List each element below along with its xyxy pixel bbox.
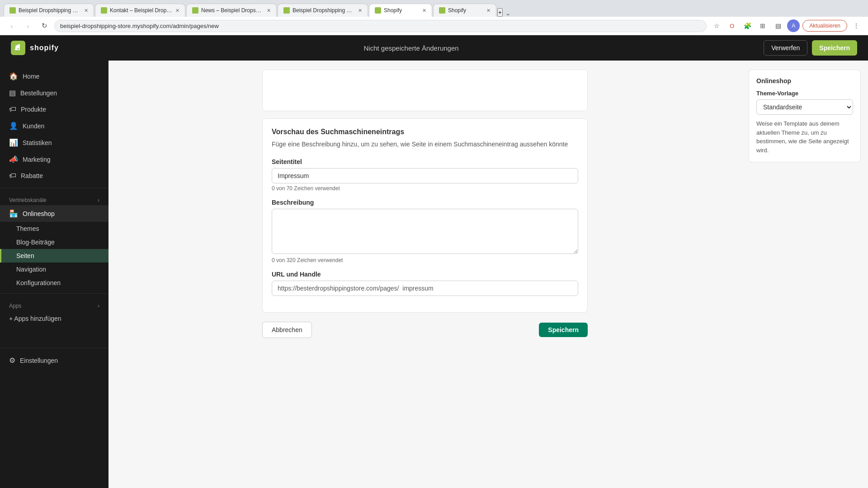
right-panel: Onlineshop Theme-Vorlage Standardseite W… — [741, 61, 868, 488]
browser-tab-6[interactable]: Shopify ✕ — [433, 4, 496, 17]
sidebar-label-onlineshop: Onlineshop — [23, 210, 55, 217]
update-button[interactable]: Aktualisieren — [802, 20, 847, 32]
sidebar-label-home: Home — [23, 73, 39, 80]
content-wrapper: Vorschau des Suchmaschineneintrags Füge … — [262, 70, 588, 347]
text-editor-area[interactable] — [263, 70, 587, 111]
tab-title-5: Shopify — [384, 7, 420, 14]
sidebar-label-marketing: Marketing — [23, 156, 50, 163]
panel-section-title: Onlineshop — [756, 77, 853, 84]
sidebar-item-bestellungen[interactable]: ▤ Bestellungen — [0, 84, 108, 101]
apps-section: Apps › — [0, 297, 108, 311]
browser-tab-3[interactable]: News – Beispiel Dropshipp... ✕ — [186, 4, 277, 17]
browser-tab-5[interactable]: Shopify ✕ — [369, 4, 432, 17]
verwerfen-button[interactable]: Verwerfen — [764, 40, 807, 56]
sidebar-label-statistiken: Statistiken — [23, 139, 52, 146]
sidebar-item-marketing[interactable]: 📣 Marketing — [0, 151, 108, 168]
tab-close-4[interactable]: ✕ — [358, 8, 362, 14]
browser-tab-4[interactable]: Beispiel Dropshipping Stor... ✕ — [278, 4, 368, 17]
tab-title-3: News – Beispiel Dropshipp... — [201, 7, 264, 14]
speichern-button-top[interactable]: Speichern — [812, 40, 857, 56]
speichern-button-bottom[interactable]: Speichern — [539, 323, 588, 337]
sidebar-subsection: Themes Blog-Beiträge Seiten Navigation K… — [0, 222, 108, 290]
sidebar-sub-item-navigation[interactable]: Navigation — [0, 263, 108, 276]
sidebar-sub-item-themes[interactable]: Themes — [0, 222, 108, 235]
url-input[interactable] — [272, 281, 578, 296]
main-content: Vorschau des Suchmaschineneintrags Füge … — [108, 61, 741, 488]
sidebar-sub-item-blog[interactable]: Blog-Beiträge — [0, 235, 108, 249]
topbar-actions: Verwerfen Speichern — [764, 40, 857, 56]
einstellungen-icon: ⚙ — [9, 356, 15, 365]
theme-vorlage-label: Theme-Vorlage — [756, 90, 853, 97]
sidebar: 🏠 Home ▤ Bestellungen 🏷 Produkte 👤 Kunde… — [0, 61, 108, 488]
browser-tabs: Beispiel Dropshipping Stor... ✕ Kontakt … — [0, 0, 868, 17]
home-icon: 🏠 — [9, 72, 18, 80]
browser-tab-1[interactable]: Beispiel Dropshipping Stor... ✕ — [4, 4, 94, 17]
theme-select[interactable]: Standardseite — [756, 99, 853, 115]
sidebar-toggle-icon[interactable]: ▤ — [772, 19, 784, 32]
extension-icon[interactable]: 🧩 — [741, 19, 754, 32]
seo-section-desc: Füge eine Beschreibung hinzu, um zu sehe… — [272, 140, 578, 149]
opera-icon[interactable]: O — [726, 19, 738, 32]
bookmark-icon[interactable]: ☆ — [710, 19, 723, 32]
sales-channels-label: Vertriebskanäle — [9, 197, 47, 203]
back-button[interactable]: ‹ — [5, 19, 18, 32]
browser-tab-2[interactable]: Kontakt – Beispiel Dropshi... ✕ — [95, 4, 185, 17]
tab-close-1[interactable]: ✕ — [84, 8, 88, 14]
more-options-icon[interactable]: ⋮ — [850, 19, 863, 32]
sidebar-label-kunden: Kunden — [23, 122, 44, 130]
tab-close-2[interactable]: ✕ — [175, 8, 179, 14]
sales-channels-section: Vertriebskanäle › — [0, 192, 108, 205]
sidebar-item-produkte[interactable]: 🏷 Produkte — [0, 101, 108, 117]
forward-button[interactable]: › — [22, 19, 34, 32]
shopify-topbar: shopify Nicht gespeicherte Änderungen Ve… — [0, 35, 868, 61]
abbrechen-button[interactable]: Abbrechen — [262, 322, 312, 338]
new-tab-button[interactable]: + — [497, 8, 503, 17]
shopify-logo: shopify — [11, 41, 59, 55]
browser-toolbar: ‹ › ↻ ☆ O 🧩 ⊞ ▤ A Aktualisieren ⋮ — [0, 17, 868, 35]
menu-icon-1[interactable]: ⊞ — [756, 19, 769, 32]
refresh-button[interactable]: ↻ — [38, 19, 51, 32]
sidebar-item-rabatte[interactable]: 🏷 Rabatte — [0, 168, 108, 184]
shopify-logo-icon — [11, 41, 25, 55]
apps-chevron[interactable]: › — [98, 303, 99, 309]
seitentitel-char-count: 0 von 70 Zeichen verwendet — [272, 185, 578, 192]
tab-list-button[interactable]: ⌄ — [505, 9, 511, 17]
tab-close-3[interactable]: ✕ — [267, 8, 271, 14]
tab-close-6[interactable]: ✕ — [486, 8, 491, 14]
sidebar-label-einstellungen: Einstellungen — [20, 357, 58, 364]
sidebar-item-home[interactable]: 🏠 Home — [0, 68, 108, 84]
sales-channels-chevron[interactable]: › — [98, 197, 99, 203]
add-apps-label: + Apps hinzufügen — [9, 315, 61, 322]
url-label: URL und Handle — [272, 271, 578, 278]
sidebar-sub-item-konfigurationen[interactable]: Konfigurationen — [0, 276, 108, 290]
seo-section-title: Vorschau des Suchmaschineneintrags — [272, 128, 578, 136]
user-avatar-icon[interactable]: A — [787, 19, 800, 32]
sidebar-item-add-apps[interactable]: + Apps hinzufügen — [0, 311, 108, 326]
url-group: URL und Handle — [272, 271, 578, 296]
tab-title-4: Beispiel Dropshipping Stor... — [292, 7, 355, 14]
sidebar-label-rabatte: Rabatte — [21, 172, 43, 179]
rabatte-icon: 🏷 — [9, 172, 16, 180]
beschreibung-textarea[interactable] — [272, 209, 578, 254]
apps-label: Apps — [9, 303, 21, 309]
statistiken-icon: 📊 — [9, 138, 18, 147]
address-bar[interactable] — [54, 20, 707, 32]
tab-close-5[interactable]: ✕ — [422, 8, 426, 14]
sidebar-item-onlineshop[interactable]: 🏪 Onlineshop — [0, 205, 108, 222]
beschreibung-group: Beschreibung 0 von 320 Zeichen verwendet — [272, 199, 578, 263]
sidebar-sub-item-seiten[interactable]: Seiten — [0, 249, 108, 263]
sidebar-label-bestellungen: Bestellungen — [20, 89, 57, 97]
browser-chrome: Beispiel Dropshipping Stor... ✕ Kontakt … — [0, 0, 868, 35]
browser-action-icons: ☆ O 🧩 ⊞ ▤ A Aktualisieren ⋮ — [710, 19, 863, 32]
topbar-title: Nicht gespeicherte Änderungen — [364, 44, 459, 52]
seo-preview-card: Vorschau des Suchmaschineneintrags Füge … — [262, 118, 588, 313]
editor-card — [262, 70, 588, 111]
sidebar-item-statistiken[interactable]: 📊 Statistiken — [0, 134, 108, 151]
theme-desc: Weise ein Template aus deinem aktuellen … — [756, 119, 853, 155]
beschreibung-label: Beschreibung — [272, 199, 578, 206]
tab-title-2: Kontakt – Beispiel Dropshi... — [110, 7, 173, 14]
seitentitel-input[interactable] — [272, 168, 578, 183]
sidebar-item-kunden[interactable]: 👤 Kunden — [0, 117, 108, 134]
sidebar-item-einstellungen[interactable]: ⚙ Einstellungen — [0, 352, 108, 369]
beschreibung-char-count: 0 von 320 Zeichen verwendet — [272, 257, 578, 263]
